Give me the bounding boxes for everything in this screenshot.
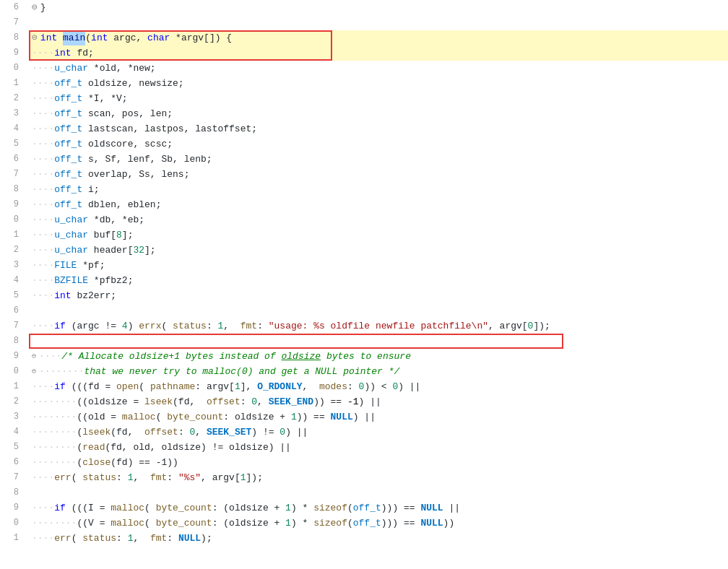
code-line: ········ ((V = malloc ( byte_count : (ol… [29, 516, 728, 531]
code-line: ⊖ int main ( int argc, char *argv[]) { [29, 30, 728, 45]
code-line: ···· if (((fd = open ( pathname : argv[1… [29, 379, 728, 394]
code-line: ···· err ( status : 1 , fmt : NULL ); [29, 531, 728, 546]
code-content: ⊖ } ⊖ int main ( int argc, char *argv[])… [29, 0, 728, 546]
code-line: ···· BZFILE *pfbz2; [29, 273, 728, 288]
code-line: ···· off_t overlap, Ss, lens; [29, 167, 728, 182]
code-line [29, 485, 728, 500]
code-line: ···· off_t i; [29, 182, 728, 197]
code-line [29, 15, 728, 30]
code-line: ⊖ } [29, 0, 728, 15]
code-line: ···· off_t *I, *V; [29, 91, 728, 106]
code-area: 6 7 8 9 0 1 2 3 4 5 6 7 8 9 0 1 2 3 4 5 … [0, 0, 728, 546]
code-line: ········ ((old = malloc ( byte_count : o… [29, 409, 728, 425]
code-line: ···· if (((I = malloc ( byte_count : (ol… [29, 500, 728, 516]
code-line: ···· u_char header[32]; [29, 243, 728, 258]
code-line: ········ ( read (fd, old, oldsize) != ol… [29, 440, 728, 455]
code-line: ········ ( close (fd) == -1)) [29, 455, 728, 470]
code-line [29, 334, 728, 349]
code-line: ···· u_char buf[8]; [29, 227, 728, 243]
code-line: ···· off_t dblen, eblen; [29, 197, 728, 212]
code-line: ···· off_t scan, pos, len; [29, 106, 728, 121]
code-line [29, 303, 728, 318]
code-line: ···· int fd; [29, 45, 728, 61]
code-line: ···· off_t s, Sf, lenf, Sb, lenb; [29, 152, 728, 167]
code-editor: 6 7 8 9 0 1 2 3 4 5 6 7 8 9 0 1 2 3 4 5 … [0, 0, 728, 569]
code-line: ···· if (argc != 4) errx ( status : 1 , … [29, 318, 728, 334]
line-numbers: 6 7 8 9 0 1 2 3 4 5 6 7 8 9 0 1 2 3 4 5 … [0, 0, 29, 546]
code-line: ···· u_char *db, *eb; [29, 212, 728, 227]
code-line: ···· off_t lastscan, lastpos, lastoffset… [29, 121, 728, 136]
code-line: ···· off_t oldsize, newsize; [29, 76, 728, 91]
code-line: ···· err ( status : 1 , fmt : "%s" , arg… [29, 470, 728, 485]
code-line: ⊖ ···· /* Allocate oldsize+1 bytes inste… [29, 349, 728, 364]
code-line: ···· off_t oldscore, scsc; [29, 136, 728, 152]
code-line: ········ ((oldsize = lseek (fd, offset :… [29, 394, 728, 409]
code-line: ···· FILE *pf; [29, 258, 728, 273]
code-line: ⊖ ········ that we never try to malloc(0… [29, 364, 728, 379]
code-line: ···· u_char *old, *new; [29, 61, 728, 76]
code-line: ········ ( lseek (fd, offset : 0 , SEEK_… [29, 425, 728, 440]
code-line: ···· int bz2err; [29, 288, 728, 303]
